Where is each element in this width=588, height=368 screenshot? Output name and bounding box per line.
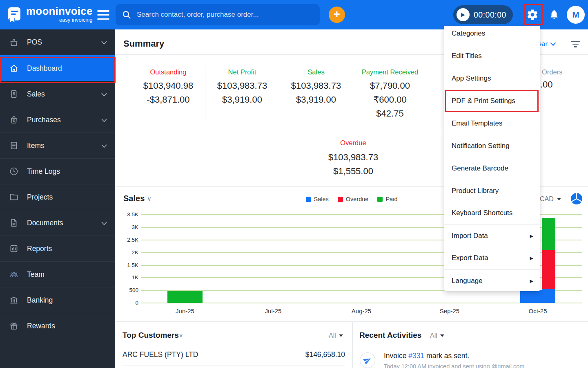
sidebar-item-label: Projects bbox=[27, 193, 53, 202]
menu-item-label: Keyboard Shortcuts bbox=[452, 209, 512, 217]
chevron-down-icon bbox=[550, 42, 556, 46]
sidebar-item-label: Banking bbox=[27, 296, 53, 305]
sidebar-item-label: Items bbox=[27, 141, 45, 150]
customer-amount: $146,658.10 bbox=[305, 350, 345, 359]
y-axis-tick: 1K bbox=[120, 274, 138, 280]
y-axis-tick: 500 bbox=[120, 287, 138, 293]
timer-widget[interactable]: ▶ 00:00:00 bbox=[453, 5, 513, 24]
sidebar-item-sales[interactable]: $Sales bbox=[0, 81, 115, 107]
svg-text:$: $ bbox=[13, 92, 15, 96]
svg-text:$: $ bbox=[13, 119, 15, 123]
overdue-label: Overdue bbox=[231, 139, 476, 147]
legend-swatch bbox=[377, 197, 383, 202]
menu-item-label: Language bbox=[452, 277, 483, 285]
chevron-down-icon[interactable]: ∨ bbox=[179, 332, 183, 339]
projects-folder-icon bbox=[9, 192, 19, 202]
activity-meta: Today 12:00 AM invoiced and sent using @… bbox=[384, 363, 524, 368]
menu-item-label: PDF & Print Settings bbox=[452, 97, 515, 105]
sidebar-item-time-logs[interactable]: Time Logs bbox=[0, 158, 115, 184]
menu-item-keyboard-shortcuts[interactable]: Keyboard Shortcuts bbox=[444, 202, 540, 224]
settings-gear-icon[interactable] bbox=[526, 9, 539, 22]
sidebar-item-label: Sales bbox=[27, 90, 45, 99]
sidebar-item-banking[interactable]: Banking bbox=[0, 287, 115, 313]
search-input[interactable] bbox=[137, 4, 316, 25]
menu-item-app-settings[interactable]: App Settings bbox=[444, 67, 540, 90]
menu-item-edit-titles[interactable]: Edit Titles bbox=[444, 45, 540, 67]
stat-label: Outstanding bbox=[131, 68, 205, 76]
menu-divider bbox=[444, 224, 540, 225]
settings-dropdown-menu: CategoriesEdit TitlesApp SettingsPDF & P… bbox=[444, 26, 540, 291]
menu-item-notification-setting[interactable]: Notification Setting bbox=[444, 135, 540, 157]
summary-stats: Outstanding$103,940.98-$3,871.00Net Prof… bbox=[131, 65, 427, 121]
menu-item-email-templates[interactable]: Email Templates bbox=[444, 112, 540, 135]
filter-label: All bbox=[430, 332, 437, 339]
menu-item-language[interactable]: Language▶ bbox=[444, 270, 540, 292]
divider bbox=[115, 321, 588, 322]
divider bbox=[352, 322, 353, 368]
stat-value: $3,919.00 bbox=[279, 93, 353, 107]
sidebar-item-pos[interactable]: POS bbox=[0, 29, 115, 55]
pie-chart-toggle-icon[interactable] bbox=[570, 192, 583, 207]
sidebar-item-projects[interactable]: Projects bbox=[0, 184, 115, 210]
y-axis-tick: 2.5K bbox=[120, 237, 138, 243]
top-customers-filter[interactable]: All bbox=[329, 332, 343, 339]
sidebar-item-items[interactable]: Items bbox=[0, 132, 115, 158]
sidebar-item-label: Reports bbox=[27, 245, 52, 253]
menu-item-pdf-print-settings[interactable]: PDF & Print Settings bbox=[444, 90, 540, 112]
legend-swatch bbox=[338, 197, 343, 202]
currency-selector[interactable]: CAD bbox=[540, 195, 561, 203]
stat-value: $7,790.00 bbox=[353, 79, 427, 93]
stat-value: $42.75 bbox=[353, 107, 427, 121]
orders-stat-label: Orders bbox=[542, 68, 562, 76]
menu-item-import-data[interactable]: Import Data▶ bbox=[444, 225, 540, 247]
recent-activities-filter[interactable]: All bbox=[430, 332, 444, 339]
play-icon[interactable]: ▶ bbox=[457, 8, 470, 21]
menu-item-label: Generate Barcode bbox=[452, 164, 508, 173]
menu-item-generate-barcode[interactable]: Generate Barcode bbox=[444, 157, 540, 180]
sidebar-item-reports[interactable]: Reports bbox=[0, 236, 115, 261]
filter-label: All bbox=[329, 332, 336, 339]
top-customer-row[interactable]: ARC FUELS (PTY) LTD $146,658.10 bbox=[122, 350, 345, 359]
menu-item-label: Notification Setting bbox=[452, 142, 510, 150]
caret-down-icon bbox=[557, 198, 561, 200]
sidebar-item-purchases[interactable]: $Purchases bbox=[0, 107, 115, 132]
sidebar-item-rewards[interactable]: Rewards bbox=[0, 313, 115, 339]
purchases-bag-icon: $ bbox=[9, 115, 19, 125]
sidebar-item-dashboard[interactable]: Dashboard bbox=[0, 55, 115, 81]
sidebar-item-label: Dashboard bbox=[27, 64, 62, 73]
banking-bank-icon bbox=[9, 295, 19, 305]
hamburger-menu-icon[interactable] bbox=[97, 10, 109, 20]
menu-item-label: Email Templates bbox=[452, 119, 502, 128]
send-icon bbox=[362, 355, 373, 366]
notifications-bell-icon[interactable] bbox=[549, 9, 559, 21]
menu-item-label: Edit Titles bbox=[452, 52, 482, 60]
sidebar-item-team[interactable]: Team bbox=[0, 261, 115, 287]
filter-icon[interactable] bbox=[571, 41, 580, 47]
legend-item-overdue[interactable]: Overdue bbox=[338, 196, 369, 202]
bar-Oct-25-paid bbox=[542, 218, 555, 250]
x-axis-label: Jul-25 bbox=[255, 307, 292, 314]
legend-item-sales[interactable]: Sales bbox=[306, 196, 329, 202]
menu-item-categories[interactable]: Categories bbox=[444, 22, 540, 45]
y-axis-tick: 3.5K bbox=[120, 211, 138, 218]
invoice-link[interactable]: #331 bbox=[408, 352, 424, 360]
overdue-stat: Overdue $103,983.73 $1,555.00 bbox=[231, 139, 476, 178]
menu-item-export-data[interactable]: Export Data▶ bbox=[444, 247, 540, 269]
bar-Oct-25-sales bbox=[542, 289, 555, 303]
menu-item-label: App Settings bbox=[452, 74, 491, 83]
menu-item-product-library[interactable]: Product Library bbox=[444, 180, 540, 202]
timer-value: 00:00:00 bbox=[474, 10, 506, 20]
mooninvoice-logo-icon[interactable] bbox=[6, 6, 24, 24]
legend-label: Overdue bbox=[346, 196, 369, 202]
quick-add-button[interactable]: + bbox=[329, 7, 345, 23]
stat-label: Net Profit bbox=[205, 68, 279, 76]
sidebar-item-label: Purchases bbox=[27, 116, 61, 124]
summary-section-title: Summary bbox=[123, 38, 164, 49]
sidebar-item-documents[interactable]: Documents bbox=[0, 210, 115, 236]
user-avatar[interactable]: M bbox=[567, 6, 585, 24]
stat-value: $103,983.73 bbox=[205, 79, 279, 93]
legend-item-paid[interactable]: Paid bbox=[377, 196, 397, 202]
top-customers-title: Top Customers bbox=[122, 331, 179, 340]
menu-item-label: Categories bbox=[452, 29, 485, 38]
menu-item-label: Product Library bbox=[452, 187, 499, 195]
